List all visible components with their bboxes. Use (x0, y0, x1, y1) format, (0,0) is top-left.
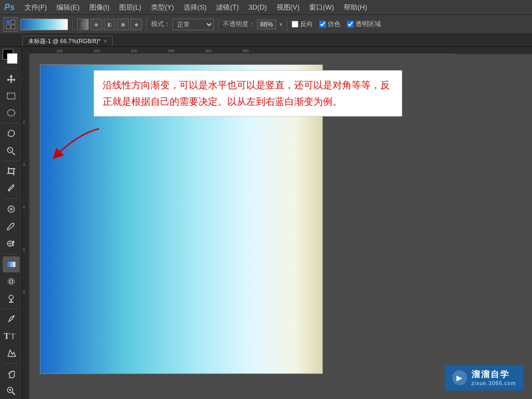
tool-zoom[interactable] (3, 383, 20, 399)
svg-point-14 (8, 189, 10, 192)
mode-label: 模式： (151, 20, 170, 29)
toolbar-separator-4 (287, 18, 287, 31)
svg-text:1: 1 (22, 79, 23, 81)
reverse-checkbox[interactable] (292, 21, 298, 28)
doc-tab-title: 未标题-1 @ 66.7%(RGB/8)* (28, 37, 101, 45)
tool-brush[interactable] (3, 218, 20, 234)
opacity-input[interactable] (257, 20, 276, 29)
svg-point-25 (13, 315, 14, 317)
tool-path-select[interactable] (3, 345, 20, 361)
watermark-subtitle: zixue.3066.com (471, 380, 516, 386)
tool-separator-1 (4, 123, 19, 123)
svg-line-8 (12, 153, 15, 155)
radial-gradient-btn[interactable]: ◉ (90, 19, 102, 30)
tool-dodge[interactable] (3, 290, 20, 306)
annotation-arrow (46, 123, 104, 161)
angle-gradient-btn[interactable]: ◧ (104, 19, 115, 30)
toolbar-separator-1 (72, 18, 73, 31)
ruler-left: 1 2 3 4 5 6 (22, 54, 30, 399)
dither-label: 仿色 (328, 20, 340, 29)
tool-gradient[interactable] (3, 256, 20, 272)
menu-bar: Ps 文件(F) 编辑(E) 图像(I) 图层(L) 类型(Y) 选择(S) 滤… (0, 0, 532, 15)
transparency-label: 透明区域 (355, 20, 381, 29)
tool-quick-select[interactable] (3, 143, 20, 159)
diamond-gradient-btn[interactable]: ◆ (130, 19, 142, 30)
dither-checkbox[interactable] (319, 21, 326, 28)
menu-view[interactable]: 视图(V) (272, 2, 304, 13)
tool-lasso[interactable] (3, 126, 20, 142)
tool-separator-6 (4, 363, 19, 364)
tool-text[interactable]: T T (3, 328, 20, 344)
tool-move[interactable] (3, 71, 20, 87)
tool-ellipse-marquee[interactable] (3, 105, 20, 121)
annotation-box: 沿线性方向渐变，可以是水平也可以是竖直，还可以是对角等等，反正就是根据自己的需要… (94, 70, 402, 117)
svg-text:100: 100 (56, 49, 63, 53)
watermark-icon: ▶ (452, 370, 467, 385)
menu-layer[interactable]: 图层(L) (115, 2, 146, 13)
annotation-text: 沿线性方向渐变，可以是水平也可以是竖直，还可以是对角等等，反正就是根据自己的需要… (103, 80, 390, 107)
menu-edit[interactable]: 编辑(E) (52, 2, 84, 13)
svg-rect-2 (6, 25, 10, 29)
reflected-gradient-btn[interactable]: ▣ (117, 19, 129, 30)
menu-window[interactable]: 窗口(W) (305, 2, 338, 13)
tab-close-btn[interactable]: × (104, 38, 107, 44)
tool-pen[interactable] (3, 311, 20, 327)
menu-select[interactable]: 选择(S) (179, 2, 211, 13)
svg-rect-5 (7, 93, 15, 99)
toolbox: T T (0, 47, 22, 399)
linear-gradient-btn[interactable]: □ (77, 19, 89, 30)
tool-blur[interactable] (3, 273, 20, 289)
tool-separator-3 (4, 198, 19, 199)
svg-text:300: 300 (131, 49, 137, 53)
opacity-arrow[interactable]: ▾ (279, 21, 282, 28)
tool-spot-heal[interactable] (3, 201, 20, 217)
ps-logo: Ps (4, 3, 15, 12)
color-selector[interactable] (3, 49, 20, 64)
svg-point-21 (10, 280, 13, 283)
svg-rect-13 (9, 169, 14, 173)
menu-file[interactable]: 文件(F) (20, 2, 52, 13)
reverse-checkbox-label[interactable]: 反向 (292, 20, 313, 29)
tool-clone[interactable] (3, 236, 20, 252)
tool-crop[interactable] (3, 163, 20, 179)
svg-point-6 (7, 110, 15, 116)
reverse-label: 反向 (300, 20, 313, 29)
svg-rect-0 (6, 20, 10, 24)
svg-text:4: 4 (23, 205, 25, 209)
svg-point-20 (8, 278, 14, 285)
watermark-play-icon: ▶ (456, 373, 462, 382)
menu-image[interactable]: 图像(I) (85, 2, 114, 13)
tool-hand[interactable] (3, 366, 20, 382)
tool-rect-marquee[interactable] (3, 88, 20, 104)
menu-help[interactable]: 帮助(H) (339, 2, 371, 13)
transparency-checkbox[interactable] (347, 21, 354, 28)
dither-checkbox-label[interactable]: 仿色 (319, 20, 340, 29)
ruler-top: 100 200 300 400 500 600 (22, 47, 532, 54)
tool-separator-4 (4, 254, 19, 254)
tool-eyedropper[interactable] (3, 180, 20, 196)
watermark: ▶ 溜溜自学 zixue.3066.com (445, 365, 523, 390)
svg-text:400: 400 (168, 49, 174, 53)
svg-line-29 (12, 392, 15, 395)
svg-point-22 (9, 295, 13, 300)
tool-separator-2 (4, 161, 19, 161)
canvas-wrapper: 沿线性方向渐变，可以是水平也可以是竖直，还可以是对角等等，反正就是根据自己的需要… (30, 54, 532, 399)
svg-rect-19 (7, 262, 15, 267)
tool-separator-5 (4, 309, 19, 309)
toolbar-separator-2 (146, 18, 147, 31)
doc-tab-active[interactable]: 未标题-1 @ 66.7%(RGB/8)* × (22, 36, 113, 46)
menu-filter[interactable]: 滤镜(T) (212, 2, 243, 13)
svg-text:500: 500 (205, 49, 212, 53)
menu-3d[interactable]: 3D(D) (244, 2, 271, 12)
gradient-preview[interactable] (20, 19, 68, 30)
transparency-checkbox-label[interactable]: 透明区域 (347, 20, 381, 29)
svg-text:200: 200 (94, 49, 100, 53)
tool-separator-0 (4, 68, 19, 69)
mode-dropdown[interactable]: 正常 溶解 正片叠底 (172, 19, 214, 30)
tool-preset-icon[interactable] (3, 17, 18, 32)
svg-text:T: T (11, 332, 15, 340)
svg-text:3: 3 (23, 163, 25, 167)
main-area: T T 100 200 300 400 500 600 (0, 47, 532, 399)
menu-type[interactable]: 类型(Y) (147, 2, 178, 13)
watermark-text: 溜溜自学 zixue.3066.com (471, 369, 516, 386)
